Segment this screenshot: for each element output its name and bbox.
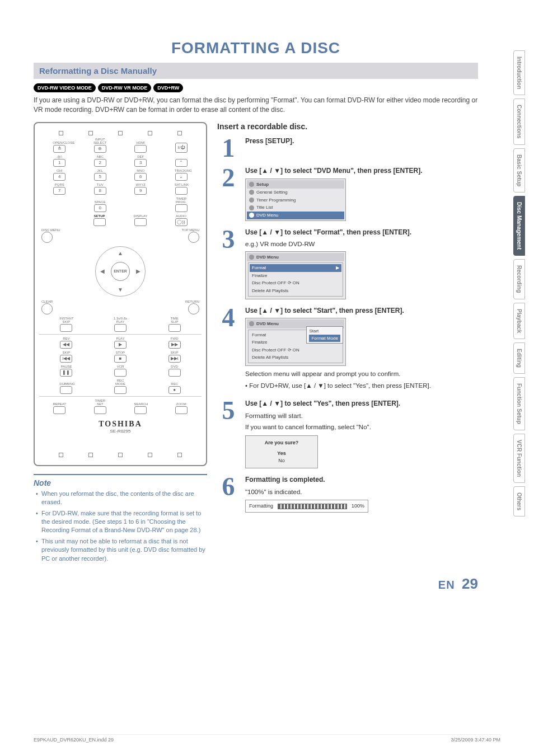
tab-vcr-function[interactable]: VCR Function: [513, 434, 525, 483]
badge-dvd-rw-video: DVD-RW VIDEO MODE: [34, 83, 96, 92]
nav-right-icon[interactable]: ▶: [136, 268, 140, 274]
btn-8[interactable]: 8: [94, 187, 106, 195]
step-number-3: 3: [217, 228, 240, 251]
dialog-yes[interactable]: Yes: [249, 450, 314, 457]
btn-7[interactable]: 7: [53, 187, 65, 195]
step-number-6: 6: [217, 475, 240, 498]
nav-up-icon[interactable]: ▲: [118, 250, 123, 256]
btn-display[interactable]: [134, 218, 147, 226]
btn-repeat[interactable]: [53, 406, 65, 414]
tab-disc-management[interactable]: Disc Management: [513, 196, 525, 256]
btn-open-close[interactable]: ≜: [53, 145, 65, 153]
step-1-instr: Press [SETUP].: [245, 137, 478, 146]
page-title: FORMATTING A DISC: [34, 39, 478, 57]
remote-model: SE-R0295: [39, 429, 202, 434]
btn-zoom[interactable]: [175, 406, 188, 414]
step-6-after-1: "100%" is indicated.: [245, 487, 478, 497]
step-5-instr: Use [▲ / ▼] to select "Yes", then press …: [245, 399, 478, 408]
btn-input-select[interactable]: ⊕: [94, 145, 106, 153]
btn-rev[interactable]: ◀◀: [60, 341, 72, 349]
btn-timer-prog[interactable]: [175, 204, 188, 212]
footer-time: 3/25/2009 3:47:40 PM: [451, 737, 500, 743]
btn-instant-skip[interactable]: [60, 324, 72, 332]
step-number-1: 1: [217, 137, 240, 159]
btn-5[interactable]: 5: [94, 173, 106, 181]
btn-power[interactable]: I/⏻: [175, 143, 188, 153]
osd-dvd-menu-format: DVD Menu Format▶ Finalize Disc Protect O…: [245, 251, 346, 299]
step-number-2: 2: [217, 166, 240, 189]
btn-9[interactable]: 9: [134, 187, 147, 195]
tab-basic-setup[interactable]: Basic Setup: [513, 148, 525, 192]
btn-setup[interactable]: [93, 218, 106, 226]
nav-down-icon[interactable]: ▼: [118, 287, 123, 293]
btn-1[interactable]: 1: [53, 159, 65, 167]
btn-return[interactable]: [188, 303, 199, 314]
btn-speed-play[interactable]: [114, 324, 127, 332]
gear-icon: [249, 182, 254, 187]
label-open-close: OPEN/CLOSE: [53, 141, 66, 144]
progress-box: Formatting 100%: [245, 500, 368, 513]
step-4-instr: Use [▲ / ▼] to select "Start", then pres…: [245, 306, 478, 316]
btn-hdmi[interactable]: [134, 145, 147, 153]
remote-illustration: OPEN/CLOSE≜ INPUT SELECT⊕ HDMI I/⏻ .@/:1…: [34, 122, 207, 466]
tab-others[interactable]: Others: [513, 486, 525, 516]
remote-brand: TOSHIBA: [39, 420, 202, 429]
btn-satlink[interactable]: [175, 187, 188, 195]
nav-ring: ▲ ▼ ◀ ▶ ENTER: [95, 246, 146, 297]
btn-clear[interactable]: [41, 303, 53, 314]
note-item: This unit may not be able to reformat a …: [36, 537, 207, 563]
tab-function-setup[interactable]: Function Setup: [513, 377, 525, 430]
badge-dvd-plus-rw: DVD+RW: [153, 83, 183, 92]
step-4-after-1: Selection menu will appear and prompt yo…: [245, 369, 478, 379]
tab-editing[interactable]: Editing: [513, 342, 525, 374]
btn-disc-menu[interactable]: [41, 232, 53, 243]
btn-6[interactable]: 6: [134, 173, 147, 181]
btn-2[interactable]: 2: [94, 159, 106, 167]
dialog-no[interactable]: No: [249, 457, 314, 464]
osd-dvd-menu-start: DVD Menu Format▶ Finalize Disc Protect O…: [245, 318, 346, 366]
btn-fwd[interactable]: ▶▶: [168, 341, 181, 349]
btn-vcr[interactable]: [114, 369, 127, 377]
btn-4[interactable]: 4: [53, 173, 65, 181]
insert-heading: Insert a recordable disc.: [217, 122, 478, 131]
btn-pause[interactable]: ❚❚: [60, 369, 72, 377]
btn-time-slip[interactable]: [168, 324, 181, 332]
step-number-5: 5: [217, 399, 240, 422]
note-item: For DVD-RW, make sure that the recording…: [36, 509, 207, 535]
btn-play[interactable]: ▶: [114, 341, 127, 349]
osd-setup: Setup General Setting Timer Programming …: [245, 179, 346, 221]
tab-connections[interactable]: Connections: [513, 98, 525, 145]
btn-3[interactable]: 3: [134, 159, 147, 167]
label-disc-menu: DISC MENU: [41, 228, 60, 232]
btn-rec-mode[interactable]: [114, 386, 127, 394]
tab-introduction[interactable]: Introduction: [513, 50, 525, 95]
step-number-4: 4: [217, 306, 240, 329]
step-2-instr: Use [▲ / ▼] to select "DVD Menu", then p…: [245, 166, 478, 176]
btn-skip-fwd[interactable]: ▶▶I: [168, 355, 181, 363]
btn-search[interactable]: [134, 406, 147, 414]
btn-ch-up[interactable]: ⌃: [175, 159, 188, 167]
btn-timer-set[interactable]: [94, 406, 106, 414]
step-5-after-1: Formatting will start.: [245, 411, 478, 421]
btn-top-menu[interactable]: [188, 232, 199, 243]
btn-ch-down[interactable]: ⌄: [175, 173, 188, 181]
btn-0[interactable]: 0: [94, 204, 106, 212]
badge-dvd-rw-vr: DVD-RW VR MODE: [98, 83, 151, 92]
btn-enter[interactable]: ENTER: [111, 262, 130, 281]
tab-recording[interactable]: Recording: [513, 259, 525, 299]
step-3-sub: e.g.) VR mode DVD-RW: [245, 240, 478, 249]
intro-text: If you are using a DVD-RW or DVD+RW, you…: [34, 96, 478, 115]
disc-badges: DVD-RW VIDEO MODE DVD-RW VR MODE DVD+RW: [34, 83, 478, 92]
btn-audio[interactable]: ◯)): [175, 218, 188, 226]
btn-rec[interactable]: ●: [168, 386, 181, 394]
nav-left-icon[interactable]: ◀: [100, 268, 105, 274]
footer-file: E9PKAUD_DVR620KU_EN.indd 29: [34, 737, 114, 743]
btn-dvd[interactable]: [168, 369, 181, 377]
btn-stop[interactable]: ■: [114, 355, 127, 363]
btn-skip-back[interactable]: I◀◀: [60, 355, 72, 363]
note-item: When you reformat the disc, the contents…: [36, 490, 207, 507]
footer-meta: E9PKAUD_DVR620KU_EN.indd 29 3/25/2009 3:…: [34, 734, 500, 743]
tab-playback[interactable]: Playback: [513, 303, 525, 339]
label-return: RETURN: [185, 300, 199, 303]
btn-dubbing[interactable]: [60, 386, 72, 394]
